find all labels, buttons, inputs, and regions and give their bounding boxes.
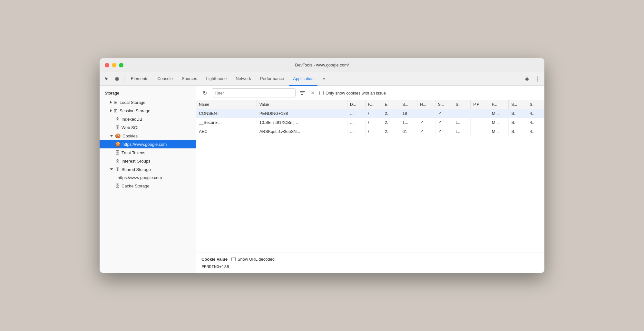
table-cell: 2... — [382, 109, 400, 118]
chevron-down-icon — [110, 135, 113, 137]
col-sourcesch[interactable]: S... — [509, 100, 527, 109]
db-icon: 🗄 — [115, 116, 120, 122]
main-content: Storage ⊞ Local Storage ⊞ Session Storag… — [100, 86, 544, 273]
settings-icon[interactable] — [522, 75, 532, 84]
col-expires[interactable]: E... — [382, 100, 400, 109]
svg-point-4 — [537, 76, 538, 77]
svg-rect-9 — [301, 94, 303, 95]
table-cell: M... — [489, 127, 509, 136]
sidebar-item-session-storage[interactable]: ⊞ Session Storage — [100, 106, 196, 115]
window-title: DevTools - www.google.com/ — [295, 63, 349, 67]
svg-rect-1 — [117, 77, 119, 79]
col-priority[interactable]: P▼ — [471, 100, 489, 109]
tab-sources[interactable]: Sources — [178, 72, 201, 86]
sidebar-item-cache-storage[interactable]: 🗄 Cache Storage — [100, 182, 196, 190]
table-cell: ✓ — [435, 109, 453, 118]
tab-elements[interactable]: Elements — [127, 72, 152, 86]
refresh-button[interactable]: ↻ — [200, 88, 209, 97]
col-path[interactable]: P... — [365, 100, 382, 109]
minimize-button[interactable] — [112, 63, 116, 67]
sidebar-item-shared-storage-google[interactable]: https://www.google.com — [100, 174, 196, 182]
storage-section-title: Storage — [100, 90, 196, 98]
filter-options-icon[interactable] — [298, 89, 307, 97]
svg-rect-8 — [300, 93, 304, 93]
svg-point-5 — [537, 78, 538, 79]
col-domain[interactable]: D... — [347, 100, 365, 109]
col-name[interactable]: Name — [196, 100, 257, 109]
table-cell: M... — [489, 118, 509, 127]
more-options-icon[interactable] — [533, 75, 542, 84]
traffic-lights — [105, 63, 123, 67]
table-cell — [417, 109, 435, 118]
table-cell: PENDING+188 — [257, 109, 347, 118]
table-cell — [453, 109, 471, 118]
table-row[interactable]: CONSENTPENDING+188..../2...18✓M...S...4.… — [196, 109, 544, 118]
maximize-button[interactable] — [119, 63, 123, 67]
cookie-value-header: Cookie Value Show URL decoded — [201, 257, 539, 262]
filter-actions: ✕ — [298, 89, 317, 97]
table-cell: S... — [509, 118, 527, 127]
table-cell: 1... — [400, 118, 417, 127]
url-decoded-checkbox[interactable] — [231, 257, 236, 261]
clear-filter-icon[interactable]: ✕ — [308, 89, 317, 97]
issues-filter-checkbox[interactable] — [319, 91, 324, 95]
sidebar-item-indexeddb[interactable]: 🗄 IndexedDB — [100, 115, 196, 123]
cookies-table: Name Value D... P... E... S... H... S...… — [196, 100, 544, 136]
sidebar-item-shared-storage[interactable]: 🗄 Shared Storage — [100, 165, 196, 174]
col-partitioned[interactable]: P... — [489, 100, 509, 109]
table-cell: L... — [453, 127, 471, 136]
main-panel: ↻ ✕ Only show cookies with an issue — [196, 86, 544, 273]
toolbar-right — [522, 75, 542, 84]
db-icon: 🗄 — [115, 183, 120, 188]
titlebar: DevTools - www.google.com/ — [100, 58, 544, 72]
table-cell: M... — [489, 109, 509, 118]
tab-more[interactable]: » — [319, 72, 329, 86]
svg-rect-3 — [117, 79, 119, 81]
sidebar-item-interest-groups[interactable]: 🗄 Interest Groups — [100, 157, 196, 165]
tab-lighthouse[interactable]: Lighthouse — [202, 72, 231, 86]
sidebar-item-cookies-google[interactable]: 🍪 https://www.google.com — [100, 140, 196, 148]
inspect-icon[interactable] — [112, 75, 122, 84]
tab-performance[interactable]: Performance — [256, 72, 288, 86]
db-icon: 🗄 — [115, 167, 120, 172]
table-header-row: Name Value D... P... E... S... H... S...… — [196, 100, 544, 109]
col-size[interactable]: S... — [400, 100, 417, 109]
sidebar-item-cookies[interactable]: 🍪 Cookies — [100, 132, 196, 140]
filter-input[interactable] — [212, 88, 296, 97]
close-button[interactable] — [105, 63, 109, 67]
col-httponly[interactable]: H... — [417, 100, 435, 109]
table-cell: ARSKqsLi1w3e5SN... — [257, 127, 347, 136]
issues-filter-label[interactable]: Only show cookies with an issue — [319, 91, 386, 95]
grid-icon: ⊞ — [114, 108, 118, 113]
cookie-icon: 🍪 — [115, 133, 121, 138]
tab-network[interactable]: Network — [232, 72, 255, 86]
url-decoded-label[interactable]: Show URL decoded — [231, 257, 275, 262]
cookies-table-body: CONSENTPENDING+188..../2...18✓M...S...4.… — [196, 109, 544, 136]
table-cell: ✓ — [417, 127, 435, 136]
toolbar-icons — [102, 75, 124, 84]
table-cell: 4... — [527, 109, 544, 118]
table-cell: 2... — [382, 127, 400, 136]
sidebar-item-local-storage[interactable]: ⊞ Local Storage — [100, 98, 196, 106]
sidebar-item-web-sql[interactable]: 🗄 Web SQL — [100, 123, 196, 132]
table-cell: .... — [347, 127, 365, 136]
tab-console[interactable]: Console — [153, 72, 177, 86]
table-cell: 10.SE=nt91XCBmj... — [257, 118, 347, 127]
tab-application[interactable]: Application — [289, 72, 317, 86]
table-cell: 4... — [527, 118, 544, 127]
table-row[interactable]: AECARSKqsLi1w3e5SN......./2...61✓✓L...M.… — [196, 127, 544, 136]
table-cell: / — [365, 118, 382, 127]
col-secure[interactable]: S... — [435, 100, 453, 109]
col-sourceport[interactable]: S... — [527, 100, 544, 109]
toolbar: Elements Console Sources Lighthouse Netw… — [100, 72, 544, 86]
col-value[interactable]: Value — [257, 100, 347, 109]
cursor-icon[interactable] — [102, 75, 111, 84]
cookies-table-container[interactable]: Name Value D... P... E... S... H... S...… — [196, 100, 544, 253]
table-row[interactable]: __Secure-...10.SE=nt91XCBmj......./2...1… — [196, 118, 544, 127]
col-samesite[interactable]: S... — [453, 100, 471, 109]
svg-rect-7 — [300, 91, 305, 92]
svg-point-6 — [537, 80, 538, 81]
table-cell: ✓ — [435, 118, 453, 127]
sidebar-item-trust-tokens[interactable]: 🗄 Trust Tokens — [100, 148, 196, 157]
table-cell: / — [365, 109, 382, 118]
